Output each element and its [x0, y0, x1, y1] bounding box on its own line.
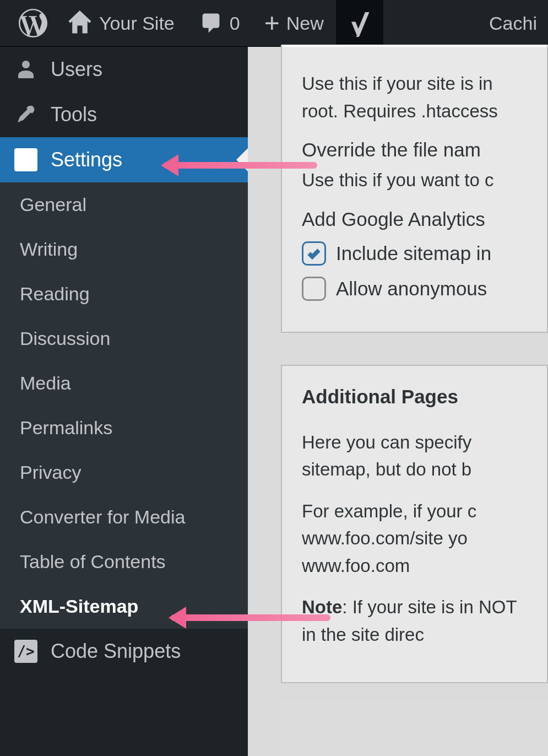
yoast-icon — [346, 9, 373, 37]
new-label: New — [286, 13, 324, 34]
sidebar-item-users[interactable]: Users — [0, 47, 248, 92]
sidebar-item-code-snippets[interactable]: /> Code Snippets — [0, 629, 248, 674]
panel-additional-pages: Additional Pages Here you can specify si… — [281, 365, 548, 684]
caching-label: Cachi — [489, 13, 537, 34]
sub-item-xml-sitemap[interactable]: XML-Sitemap — [0, 584, 248, 629]
code-snippets-icon: /> — [14, 640, 37, 663]
sub-item-toc[interactable]: Table of Contents — [0, 539, 248, 584]
override-filename-label: Override the file nam — [302, 139, 527, 161]
comments-count: 0 — [230, 13, 240, 34]
comments-item[interactable]: 0 — [187, 0, 252, 46]
tools-label: Tools — [51, 103, 97, 126]
wp-admin-bar: Your Site 0 + New Cachi — [0, 0, 548, 47]
checkbox-include-sitemap[interactable]: Include sitemap in — [302, 241, 527, 266]
checkbox-label: Include sitemap in — [336, 242, 491, 264]
checkbox-label: Allow anonymous — [336, 278, 487, 300]
sub-item-reading[interactable]: Reading — [0, 272, 248, 316]
tools-icon — [14, 103, 37, 126]
code-snippets-label: Code Snippets — [51, 640, 181, 663]
site-name-label: Your Site — [99, 13, 175, 34]
content-area: Use this if your site is in root. Requir… — [248, 47, 548, 756]
home-icon — [67, 10, 93, 36]
wp-logo-item[interactable] — [11, 0, 55, 46]
yoast-item[interactable] — [336, 0, 383, 46]
sub-item-general[interactable]: General — [0, 182, 248, 227]
settings-label: Settings — [51, 148, 122, 171]
sidebar-item-tools[interactable]: Tools — [0, 92, 248, 137]
panel-title: Additional Pages — [302, 386, 527, 408]
new-item[interactable]: + New — [252, 0, 336, 46]
sidebar-item-settings[interactable]: Settings — [0, 137, 248, 182]
annotation-arrow-settings — [163, 162, 317, 169]
checkbox-icon — [302, 241, 326, 266]
checkbox-allow-anonymous[interactable]: Allow anonymous — [302, 277, 527, 301]
panel-note: Note: If your site is in NOT in the site… — [302, 593, 527, 648]
sub-item-discussion[interactable]: Discussion — [0, 316, 248, 361]
comment-icon — [199, 11, 223, 35]
hint-text: Use this if your site is in root. Requir… — [302, 70, 527, 125]
settings-submenu: General Writing Reading Discussion Media… — [0, 182, 248, 629]
wordpress-logo-icon — [19, 9, 47, 37]
sub-item-media[interactable]: Media — [0, 361, 248, 406]
sub-item-writing[interactable]: Writing — [0, 227, 248, 272]
panel-sitemap-options: Use this if your site is in root. Requir… — [281, 45, 548, 333]
panel-paragraph: Here you can specify sitemap, but do not… — [302, 429, 527, 483]
annotation-arrow-xml-sitemap — [171, 614, 330, 621]
hint-text-2: Use this if you want to c — [302, 166, 527, 194]
sub-item-converter[interactable]: Converter for Media — [0, 495, 248, 539]
panel-paragraph: For example, if your c www.foo.com/site … — [302, 498, 527, 580]
users-icon — [14, 58, 37, 81]
plus-icon: + — [264, 10, 280, 36]
admin-sidebar: Users Tools Settings General Writing Rea… — [0, 47, 248, 756]
checkbox-icon — [302, 277, 326, 301]
ga-label: Add Google Analytics — [302, 208, 527, 230]
caching-item[interactable]: Cachi — [477, 0, 537, 46]
users-label: Users — [51, 58, 102, 81]
site-name-item[interactable]: Your Site — [55, 0, 187, 46]
settings-icon — [14, 148, 37, 171]
sub-item-permalinks[interactable]: Permalinks — [0, 406, 248, 450]
sub-item-privacy[interactable]: Privacy — [0, 450, 248, 495]
